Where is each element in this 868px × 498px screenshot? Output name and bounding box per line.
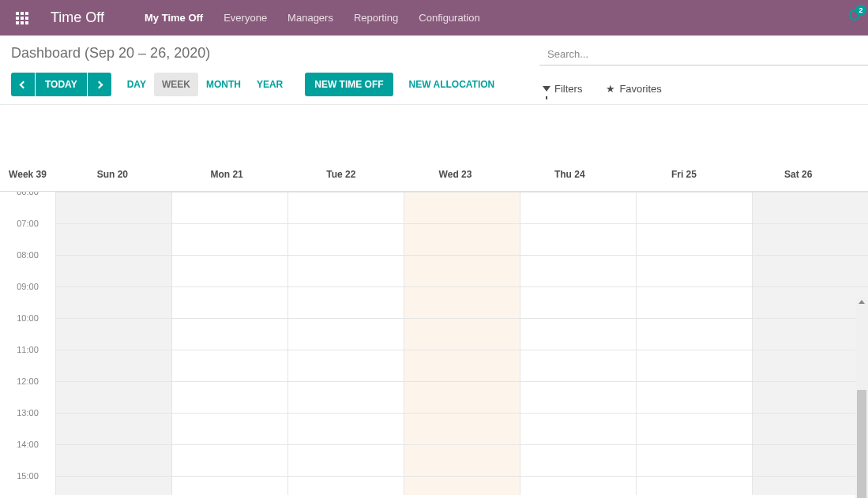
day-header[interactable]: Tue 22 [284, 169, 398, 180]
view-day[interactable]: DAY [119, 73, 154, 96]
time-label: 14:00 [0, 429, 55, 460]
day-column[interactable] [171, 192, 287, 495]
week-number-label: Week 39 [0, 169, 55, 180]
filters-label: Filters [554, 83, 582, 95]
nav-link-configuration[interactable]: Configuration [408, 7, 490, 28]
nav-link-everyone[interactable]: Everyone [213, 7, 277, 28]
time-label: 10:00 [0, 302, 55, 334]
topbar: Time Off My Time OffEveryoneManagersRepo… [0, 0, 868, 36]
apps-grid-icon [16, 12, 28, 24]
day-column[interactable] [55, 192, 171, 495]
action-buttons: NEW TIME OFF NEW ALLOCATION [305, 73, 501, 96]
favorites-button[interactable]: ★ Favorites [606, 83, 661, 95]
hour-line [55, 413, 868, 414]
apps-menu-button[interactable] [11, 7, 33, 29]
view-week[interactable]: WEEK [154, 73, 198, 96]
hour-line [55, 381, 868, 382]
control-panel: Dashboard (Sep 20 – 26, 2020) TODAY DAYW… [0, 36, 868, 105]
calendar: Week 39 Sun 20Mon 21Tue 22Wed 23Thu 24Fr… [0, 105, 868, 497]
app-title[interactable]: Time Off [51, 9, 104, 26]
scroll-thumb[interactable] [857, 390, 866, 498]
next-button[interactable] [88, 73, 111, 96]
scroll-up-icon [859, 300, 865, 304]
day-column[interactable] [636, 192, 752, 495]
hour-line [55, 192, 868, 193]
search-area: Filters ★ Favorites [539, 43, 868, 95]
star-icon: ★ [606, 83, 615, 95]
day-header[interactable]: Sat 26 [741, 169, 855, 180]
time-label: 06:00 [0, 192, 55, 208]
day-header[interactable]: Mon 21 [170, 169, 284, 180]
day-column[interactable] [404, 192, 520, 495]
day-columns [55, 192, 868, 495]
calendar-body[interactable]: 06:0007:0008:0009:0010:0011:0012:0013:00… [0, 192, 868, 495]
time-label: 11:00 [0, 334, 55, 365]
view-month[interactable]: MONTH [198, 73, 249, 96]
hour-line [55, 286, 868, 287]
day-column[interactable] [520, 192, 636, 495]
activity-icon[interactable]: 2 [849, 8, 863, 22]
day-header[interactable]: Wed 23 [398, 169, 513, 180]
nav-link-my-time-off[interactable]: My Time Off [134, 7, 213, 28]
hour-line [55, 444, 868, 445]
time-gutter: 06:0007:0008:0009:0010:0011:0012:0013:00… [0, 192, 55, 495]
search-input[interactable] [539, 43, 868, 66]
day-header[interactable]: Fri 25 [627, 169, 742, 180]
nav-link-managers[interactable]: Managers [277, 7, 344, 28]
time-label: 15:00 [0, 460, 55, 492]
hour-line [55, 350, 868, 350]
favorites-label: Favorites [619, 83, 661, 95]
time-label: 13:00 [0, 397, 55, 429]
vertical-scrollbar[interactable] [855, 298, 868, 498]
arrow-left-icon [19, 81, 27, 88]
day-column[interactable] [287, 192, 404, 495]
date-nav-group: TODAY [11, 73, 111, 96]
hour-line [55, 476, 868, 477]
prev-button[interactable] [11, 73, 35, 96]
day-column[interactable] [752, 192, 868, 495]
funnel-icon [543, 86, 550, 92]
arrow-right-icon [96, 81, 103, 88]
view-switch: DAYWEEKMONTHYEAR [119, 73, 291, 96]
calendar-header: Week 39 Sun 20Mon 21Tue 22Wed 23Thu 24Fr… [0, 157, 868, 192]
hour-line [55, 223, 868, 224]
topbar-right: 2 [849, 8, 863, 22]
today-button[interactable]: TODAY [36, 73, 87, 96]
time-label: 07:00 [0, 208, 55, 239]
hour-line [55, 255, 868, 256]
nav-link-reporting[interactable]: Reporting [344, 7, 408, 28]
new-time-off-button[interactable]: NEW TIME OFF [305, 73, 393, 96]
time-label: 08:00 [0, 239, 55, 271]
hour-line [55, 318, 868, 319]
day-header[interactable]: Sun 20 [55, 169, 170, 180]
nav-links: My Time OffEveryoneManagersReportingConf… [134, 7, 490, 28]
filters-button[interactable]: Filters [543, 83, 582, 95]
time-label: 09:00 [0, 271, 55, 302]
search-controls: Filters ★ Favorites [539, 83, 868, 95]
day-header[interactable]: Thu 24 [513, 169, 627, 180]
notification-badge: 2 [855, 5, 866, 16]
new-allocation-button[interactable]: NEW ALLOCATION [403, 73, 502, 96]
view-year[interactable]: YEAR [249, 73, 291, 96]
time-label: 12:00 [0, 365, 55, 397]
